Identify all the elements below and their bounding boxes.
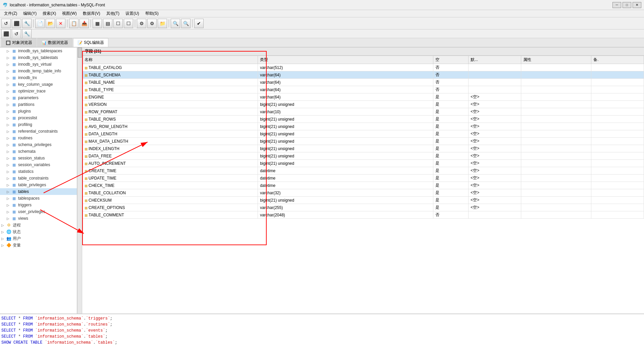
sidebar-item-tablespaces[interactable]: ▷ ▦ tablespaces <box>0 195 77 202</box>
menu-edit[interactable]: 编辑(Y) <box>20 10 39 17</box>
maximize-button[interactable]: □ <box>623 2 631 8</box>
content-inner: 字段 (21) 名称 类型 空 默... 属性 备. ▦TABLE_CATALO… <box>82 48 644 219</box>
tab-sql-editor[interactable]: 📝 SQL编辑器 <box>73 38 108 47</box>
table-row[interactable]: ▦TABLE_CATALOG varchar(512) 否 <box>83 64 644 71</box>
grid1-button[interactable]: ▦ <box>93 19 102 28</box>
table-row[interactable]: ▦CHECKSUM bigint(21) unsigned 是 <空> <box>83 197 644 204</box>
table-row[interactable]: ▦CHECK_TIME datetime 是 <空> <box>83 182 644 189</box>
sidebar-item-referential_constraints[interactable]: ▷ ▦ referential_constraints <box>0 128 77 135</box>
tab-data-browser[interactable]: 📊 数据浏览器 <box>37 38 72 47</box>
menu-search[interactable]: 搜索(X) <box>40 10 59 17</box>
sidebar-item-table_constraints[interactable]: ▷ ▦ table_constraints <box>0 175 77 182</box>
table-row[interactable]: ▦TABLE_COLLATION varchar(32) 是 <空> <box>83 189 644 197</box>
sidebar-item-session_status[interactable]: ▷ ▦ session_status <box>0 155 77 161</box>
table-row[interactable]: ▦UPDATE_TIME datetime 是 <空> <box>83 175 644 182</box>
table-row[interactable]: ▦INDEX_LENGTH bigint(21) unsigned 是 <空> <box>83 145 644 152</box>
table-row[interactable]: ▦ROW_FORMAT varchar(10) 是 <空> <box>83 108 644 116</box>
sidebar-item-user_privileges[interactable]: ▷ ▦ user_privileges <box>0 208 77 215</box>
tab-object-browser[interactable]: 🔲 对象浏览器 <box>1 38 37 47</box>
sec-btn2[interactable]: ↺ <box>12 29 21 39</box>
sec-btn3[interactable]: 🔧 <box>22 29 32 39</box>
sidebar-item-用户[interactable]: ▷ 👥 用户 <box>0 235 77 242</box>
settings2-button[interactable]: ⚙ <box>147 19 157 28</box>
search2-button[interactable]: 🔍 <box>181 19 191 28</box>
sidebar-item-schema_privileges[interactable]: ▷ ▦ schema_privileges <box>0 141 77 148</box>
sidebar-item-routines[interactable]: ▷ ▦ routines <box>0 135 77 141</box>
new-button[interactable]: 📄 <box>35 19 45 28</box>
table-row[interactable]: ▦VERSION bigint(21) unsigned 是 <空> <box>83 101 644 108</box>
table-row[interactable]: ▦DATA_LENGTH bigint(21) unsigned 是 <空> <box>83 130 644 138</box>
copy-button[interactable]: 📋 <box>69 19 78 28</box>
close-button[interactable]: ✕ <box>633 2 641 8</box>
menu-view[interactable]: 视图(W) <box>59 10 79 17</box>
table-row[interactable]: ▦DATA_FREE bigint(21) unsigned 是 <空> <box>83 152 644 160</box>
sidebar-item-profiling[interactable]: ▷ ▦ profiling <box>0 121 77 128</box>
table-row[interactable]: ▦ENGINE varchar(64) 是 <空> <box>83 93 644 101</box>
sidebar-item-tables[interactable]: ▷ ▦ tables <box>0 188 77 195</box>
field-name: ▦UPDATE_TIME <box>83 175 258 182</box>
sidebar-item-innodb_sys_tablestats[interactable]: ▷ ▦ innodb_sys_tablestats <box>0 54 77 61</box>
field-name: ▦TABLE_SCHEMA <box>83 71 258 79</box>
sep2 <box>67 19 67 27</box>
sidebar-item-partitions[interactable]: ▷ ▦ partitions <box>0 101 77 108</box>
sidebar-item-parameters[interactable]: ▷ ▦ parameters <box>0 94 77 101</box>
field-name: ▦TABLE_COLLATION <box>83 189 258 197</box>
field-attrs <box>521 189 591 197</box>
refresh-button[interactable]: ↺ <box>1 19 11 28</box>
grid2-button[interactable]: ▤ <box>103 19 112 28</box>
table-row[interactable]: ▦TABLE_COMMENT varchar(2048) 否 <box>83 211 644 219</box>
sidebar-item-table_privileges[interactable]: ▷ ▦ table_privileges <box>0 182 77 188</box>
sidebar-item-optimizer_trace[interactable]: ▷ ▦ optimizer_trace <box>0 88 77 94</box>
sidebar[interactable]: ▷ ▦ innodb_sys_tablespaces ▷ ▦ innodb_sy… <box>0 48 77 314</box>
stop-button[interactable]: ⬛ <box>12 19 21 28</box>
field-type: datetime <box>258 167 433 175</box>
sidebar-item-变量[interactable]: ▷ 🔶 变量 <box>0 242 77 249</box>
tool-button[interactable]: 🔧 <box>22 19 32 28</box>
open-button[interactable]: 📂 <box>46 19 55 28</box>
sidebar-item-key_column_usage[interactable]: ▷ ▦ key_column_usage <box>0 81 77 88</box>
menu-file[interactable]: 文件(Z) <box>1 10 20 17</box>
sidebar-item-views[interactable]: ▷ ▦ views <box>0 215 77 222</box>
sidebar-item-schemata[interactable]: ▷ ▦ schemata <box>0 148 77 155</box>
table-icon: ▦ <box>11 202 17 208</box>
sidebar-item-statistics[interactable]: ▷ ▦ statistics <box>0 168 77 175</box>
sidebar-item-innodb_sys_virtual[interactable]: ▷ ▦ innodb_sys_virtual <box>0 61 77 68</box>
table-row[interactable]: ▦CREATE_TIME datetime 是 <空> <box>83 167 644 175</box>
box2-button[interactable]: ☐ <box>124 19 133 28</box>
sec-btn1[interactable]: ⬛ <box>1 29 11 39</box>
folder-button[interactable]: 📁 <box>158 19 167 28</box>
settings1-button[interactable]: ⚙ <box>137 19 146 28</box>
table-row[interactable]: ▦CREATE_OPTIONS varchar(255) 是 <空> <box>83 204 644 211</box>
sidebar-item-状态[interactable]: ▷ 🌐 状态 <box>0 228 77 235</box>
box1-button[interactable]: ☐ <box>113 19 123 28</box>
sidebar-item-processlist[interactable]: ▷ ▦ processlist <box>0 115 77 121</box>
sidebar-content: ▷ ▦ innodb_sys_tablespaces ▷ ▦ innodb_sy… <box>0 48 77 249</box>
minimize-button[interactable]: ─ <box>612 2 621 8</box>
table-row[interactable]: ▦TABLE_NAME varchar(64) 否 <box>83 79 644 86</box>
check-button[interactable]: ✔ <box>194 19 204 28</box>
left-scrollbar[interactable] <box>77 48 82 314</box>
menu-help[interactable]: 帮助(S) <box>143 10 161 17</box>
field-default <box>468 79 521 86</box>
table-row[interactable]: ▦TABLE_ROWS bigint(21) unsigned 是 <空> <box>83 116 644 123</box>
sidebar-item-session_variables[interactable]: ▷ ▦ session_variables <box>0 161 77 168</box>
table-row[interactable]: ▦TABLE_TYPE varchar(64) 否 <box>83 86 644 93</box>
tree-arrow: ▷ <box>7 83 11 86</box>
sidebar-item-innodb_temp_table_info[interactable]: ▷ ▦ innodb_temp_table_info <box>0 68 77 74</box>
sidebar-item-plugins[interactable]: ▷ ▦ plugins <box>0 108 77 115</box>
table-row[interactable]: ▦AUTO_INCREMENT bigint(21) unsigned 是 <空… <box>83 160 644 167</box>
field-nullable: 否 <box>433 86 469 93</box>
menu-database[interactable]: 数据库(V) <box>80 10 103 17</box>
table-row[interactable]: ▦MAX_DATA_LENGTH bigint(21) unsigned 是 <… <box>83 138 644 145</box>
sidebar-item-进程[interactable]: ▷ ⚙ 进程 <box>0 222 77 228</box>
sidebar-item-innodb_trx[interactable]: ▷ ▦ innodb_trx <box>0 74 77 81</box>
table-row[interactable]: ▦TABLE_SCHEMA varchar(64) 否 <box>83 71 644 79</box>
import-button[interactable]: 📥 <box>79 19 89 28</box>
menu-other[interactable]: 其他(T) <box>104 10 122 17</box>
sidebar-item-innodb_sys_tablespaces[interactable]: ▷ ▦ innodb_sys_tablespaces <box>0 48 77 54</box>
delete-button[interactable]: ✕ <box>56 19 65 28</box>
sidebar-item-triggers[interactable]: ▷ ▦ triggers <box>0 202 77 208</box>
table-row[interactable]: ▦AVG_ROW_LENGTH bigint(21) unsigned 是 <空… <box>83 123 644 130</box>
menu-settings[interactable]: 设置(U) <box>123 10 142 17</box>
search1-button[interactable]: 🔍 <box>171 19 180 28</box>
